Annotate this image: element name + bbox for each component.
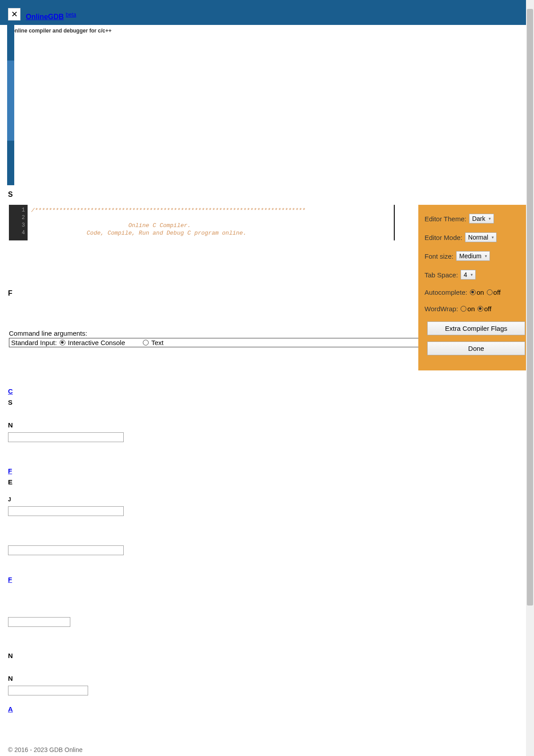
- line-number: 1: [9, 207, 25, 214]
- content-area: C S N F E J F N N A: [8, 387, 311, 716]
- stdin-interactive-label: Interactive Console: [68, 339, 125, 346]
- editor-container: 1 2 3 4 /*******************************…: [9, 205, 405, 240]
- off-label: off: [494, 289, 501, 296]
- header: ✕ OnlineGDB beta: [0, 0, 534, 25]
- line-number: 4: [9, 229, 25, 237]
- input-field-3[interactable]: [8, 545, 124, 555]
- letter-e: E: [8, 478, 311, 486]
- done-button[interactable]: Done: [427, 341, 525, 355]
- line-gutter: 1 2 3 4: [9, 205, 28, 240]
- letter-n: N: [8, 421, 311, 429]
- on-label: on: [477, 289, 484, 296]
- letter-n3: N: [8, 675, 311, 682]
- stdin-text-radio[interactable]: [143, 340, 149, 345]
- tagline: online compiler and debugger for c/c++: [8, 28, 112, 34]
- font-select[interactable]: Medium: [456, 251, 490, 261]
- letter-s2: S: [8, 398, 311, 406]
- letter-j: J: [8, 496, 311, 503]
- stdin-label: Standard Input:: [11, 339, 57, 346]
- wordwrap-on-radio[interactable]: [461, 306, 466, 312]
- link-f[interactable]: F: [8, 467, 311, 475]
- logo-area: OnlineGDB beta: [26, 4, 529, 21]
- on-label: on: [467, 305, 475, 313]
- footer-copyright: © 2016 - 2023 GDB Online: [8, 746, 83, 753]
- mode-row: Editor Mode: Normal: [425, 232, 528, 242]
- logo-link[interactable]: OnlineGDB: [26, 13, 64, 20]
- letter-n2: N: [8, 652, 311, 659]
- stdin-text-label: Text: [151, 339, 164, 346]
- left-sidebar-strip: [7, 25, 14, 185]
- font-label: Font size:: [425, 252, 453, 260]
- input-field-2[interactable]: [8, 506, 124, 516]
- mode-label: Editor Mode:: [425, 234, 462, 241]
- letter-s: S: [8, 191, 13, 199]
- font-row: Font size: Medium: [425, 251, 528, 261]
- autocomplete-off-radio[interactable]: [487, 289, 493, 295]
- code-content: /***************************************…: [31, 207, 305, 237]
- tab-label: Tab Space:: [425, 271, 458, 279]
- input-field-5[interactable]: [8, 686, 88, 695]
- mode-select[interactable]: Normal: [465, 232, 497, 242]
- code-editor[interactable]: 1 2 3 4 /*******************************…: [9, 205, 405, 240]
- input-section: Command line arguments: Standard Input: …: [9, 329, 432, 347]
- wordwrap-row: WordWrap: on off: [425, 305, 528, 313]
- stdin-row: Standard Input: Interactive Console Text: [9, 338, 432, 347]
- tab-select[interactable]: 4: [461, 270, 476, 280]
- cmdline-label: Command line arguments:: [9, 329, 432, 337]
- autocomplete-row: Autocomplete: on off: [425, 289, 528, 296]
- settings-panel: Editor Theme: Dark Editor Mode: Normal F…: [418, 205, 534, 370]
- link-f3[interactable]: F: [8, 576, 311, 583]
- letter-f: F: [8, 289, 12, 297]
- wordwrap-off-radio[interactable]: [477, 306, 483, 312]
- off-label: off: [484, 305, 491, 313]
- vertical-scrollbar[interactable]: [526, 0, 534, 756]
- input-field-4[interactable]: [8, 617, 70, 627]
- theme-select[interactable]: Dark: [469, 214, 494, 224]
- tab-row: Tab Space: 4: [425, 270, 528, 280]
- link-a[interactable]: A: [8, 705, 311, 713]
- theme-row: Editor Theme: Dark: [425, 214, 528, 224]
- stdin-interactive-radio[interactable]: [60, 340, 65, 345]
- input-field-1[interactable]: [8, 432, 124, 442]
- close-button[interactable]: ✕: [8, 8, 20, 20]
- autocomplete-label: Autocomplete:: [425, 289, 467, 296]
- link-c[interactable]: C: [8, 387, 311, 395]
- autocomplete-on-radio[interactable]: [470, 289, 476, 295]
- text-cursor: [394, 205, 395, 240]
- scrollbar-thumb[interactable]: [527, 9, 533, 606]
- theme-label: Editor Theme:: [425, 215, 466, 223]
- extra-flags-button[interactable]: Extra Compiler Flags: [427, 321, 525, 335]
- line-number: 2: [9, 214, 25, 222]
- line-number: 3: [9, 222, 25, 229]
- wordwrap-label: WordWrap:: [425, 305, 458, 313]
- beta-link[interactable]: beta: [66, 12, 76, 18]
